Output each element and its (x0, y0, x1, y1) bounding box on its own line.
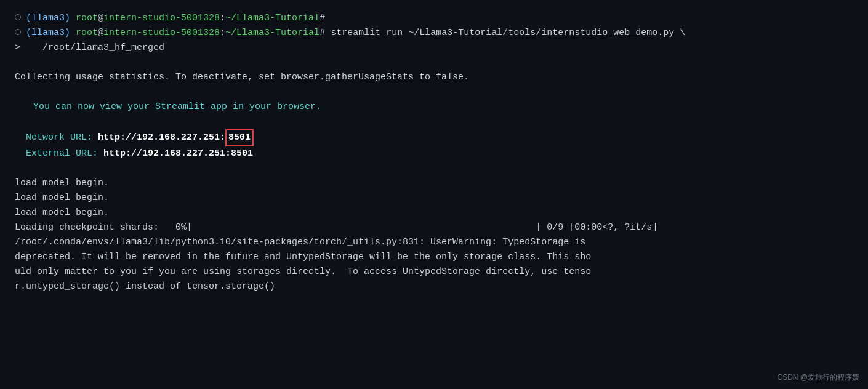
prompt-colon-1: : (220, 11, 225, 26)
prompt-colon-2: : (220, 26, 225, 41)
warning-text-4: r.untyped_storage() instead of tensor.st… (15, 279, 275, 294)
terminal-line-3: > /root/llama3_hf_merged (15, 41, 853, 55)
terminal-line-2: (llama3) root @ intern-studio-5001328 : … (15, 26, 853, 41)
network-url-prefix: http://192.168.227.251: (98, 130, 225, 145)
external-url-label: External URL: (15, 146, 103, 161)
collecting-stats-text: Collecting usage statistics. To deactiva… (15, 70, 469, 85)
terminal-line-network-url: Network URL: http://192.168.227.251:8501 (15, 129, 853, 146)
prompt-circle-2 (15, 29, 21, 35)
prompt-env-2: (llama3) (26, 26, 76, 41)
load-model-2: load model begin. (15, 191, 109, 206)
warning-text-1: /root/.conda/envs/llama3/lib/python3.10/… (15, 235, 585, 250)
prompt-hash-2: # (319, 26, 331, 41)
warning-text-2: deprecated. It will be removed in the fu… (15, 250, 591, 265)
prompt-circle-1 (15, 14, 21, 20)
blank-line-1 (15, 55, 853, 70)
prompt-command-2: streamlit run ~/Llama3-Tutorial/tools/in… (331, 26, 685, 41)
streamlit-info-text: You can now view your Streamlit app in y… (33, 100, 321, 114)
blank-line-4 (15, 161, 853, 176)
prompt-host-1: intern-studio-5001328 (103, 11, 220, 26)
terminal: (llama3) root @ intern-studio-5001328 : … (0, 0, 868, 389)
load-model-3: load model begin. (15, 206, 109, 220)
prompt-env-1: (llama3) (26, 11, 76, 26)
terminal-line-external-url: External URL: http://192.168.227.251:850… (15, 146, 853, 161)
warning-text-3: uld only matter to you if you are using … (15, 265, 591, 279)
terminal-line-warning-2: deprecated. It will be removed in the fu… (15, 250, 853, 265)
continuation-prompt: > (15, 41, 42, 55)
prompt-user-1: root (76, 11, 98, 26)
prompt-at-2: @ (98, 26, 103, 41)
terminal-line-1: (llama3) root @ intern-studio-5001328 : … (15, 11, 853, 26)
prompt-user-2: root (76, 26, 98, 41)
prompt-hash-1: # (319, 11, 325, 26)
prompt-dir-1: ~/Llama3-Tutorial (225, 11, 319, 26)
watermark: CSDN @爱旅行的程序媛 (777, 372, 859, 383)
blank-line-3 (15, 114, 853, 129)
load-model-1: load model begin. (15, 176, 109, 191)
terminal-line-4: Collecting usage statistics. To deactiva… (15, 70, 853, 85)
terminal-line-warning-3: uld only matter to you if you are using … (15, 265, 853, 279)
blank-line-2 (15, 85, 853, 100)
terminal-line-streamlit-info: You can now view your Streamlit app in y… (15, 100, 853, 114)
terminal-line-load-2: load model begin. (15, 191, 853, 206)
network-url-label: Network URL: (15, 130, 98, 145)
prompt-at-1: @ (98, 11, 103, 26)
terminal-line-warning-1: /root/.conda/envs/llama3/lib/python3.10/… (15, 235, 853, 250)
terminal-line-checkpoint: Loading checkpoint shards: 0%| | 0/9 [00… (15, 220, 853, 235)
continuation-text: /root/llama3_hf_merged (42, 41, 164, 55)
network-url-port: 8501 (225, 129, 254, 146)
terminal-line-warning-4: r.untyped_storage() instead of tensor.st… (15, 279, 853, 294)
prompt-dir-2: ~/Llama3-Tutorial (225, 26, 319, 41)
external-url-value: http://192.168.227.251:8501 (103, 146, 253, 161)
terminal-line-load-1: load model begin. (15, 176, 853, 191)
prompt-host-2: intern-studio-5001328 (103, 26, 220, 41)
checkpoint-text: Loading checkpoint shards: 0%| | 0/9 [00… (15, 220, 657, 235)
terminal-line-load-3: load model begin. (15, 206, 853, 220)
